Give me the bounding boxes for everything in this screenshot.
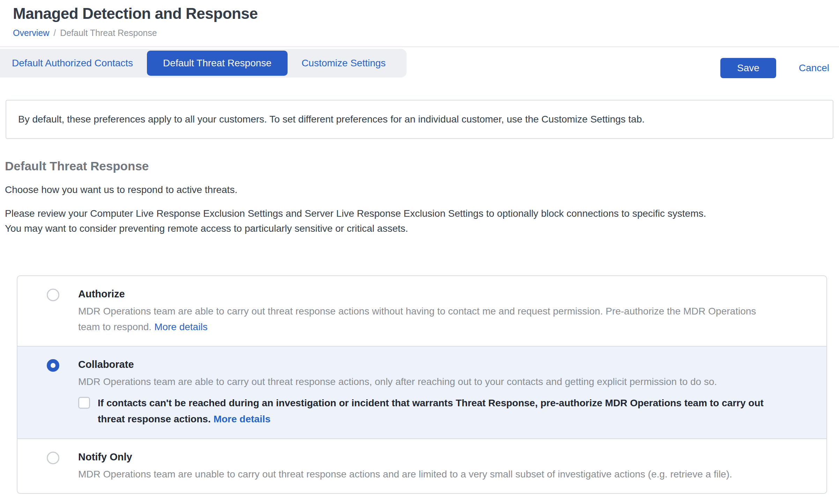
radio-notify-only[interactable]	[47, 452, 59, 464]
threat-response-section: Default Threat Response Choose how you w…	[5, 159, 833, 236]
pre-authorize-checkbox-text: If contacts can't be reached during an i…	[98, 398, 764, 424]
tab-bar: Default Authorized Contacts Default Thre…	[0, 49, 407, 77]
info-banner-text: By default, these preferences apply to a…	[18, 114, 645, 125]
radio-collaborate[interactable]	[47, 359, 59, 372]
radio-authorize[interactable]	[47, 289, 59, 301]
section-note-line-2: You may want to consider preventing remo…	[5, 221, 833, 236]
option-collaborate[interactable]: Collaborate MDR Operations team are able…	[17, 346, 826, 439]
tab-customize-settings[interactable]: Customize Settings	[290, 49, 398, 77]
pre-authorize-checkbox[interactable]	[78, 397, 90, 409]
header-divider	[0, 46, 839, 47]
breadcrumb-separator: /	[53, 28, 56, 38]
option-notify-only[interactable]: Notify Only MDR Operations team are unab…	[17, 439, 826, 493]
page-header: Managed Detection and Response Overview …	[0, 0, 839, 38]
info-banner: By default, these preferences apply to a…	[6, 100, 833, 139]
option-authorize-label: Authorize	[78, 288, 810, 300]
toolbar: Default Authorized Contacts Default Thre…	[0, 49, 839, 77]
collaborate-more-details-link[interactable]: More details	[214, 414, 270, 424]
save-button[interactable]: Save	[720, 58, 776, 78]
option-collaborate-content: Collaborate MDR Operations team are able…	[78, 358, 810, 427]
authorize-more-details-link[interactable]: More details	[154, 321, 208, 332]
breadcrumb: Overview / Default Threat Response	[13, 28, 826, 38]
section-note: Please review your Computer Live Respons…	[5, 206, 833, 236]
option-collaborate-description: MDR Operations team are able to carry ou…	[78, 374, 762, 390]
breadcrumb-current: Default Threat Response	[60, 28, 157, 38]
option-notify-only-description: MDR Operations team are unable to carry …	[78, 466, 762, 482]
option-notify-only-content: Notify Only MDR Operations team are unab…	[78, 451, 810, 482]
cancel-button[interactable]: Cancel	[799, 58, 829, 78]
page-title: Managed Detection and Response	[13, 5, 826, 22]
option-collaborate-label: Collaborate	[78, 358, 810, 370]
section-heading: Default Threat Response	[5, 159, 833, 173]
section-note-line-1: Please review your Computer Live Respons…	[5, 206, 833, 221]
option-authorize-content: Authorize MDR Operations team are able t…	[78, 288, 810, 335]
pre-authorize-checkbox-row[interactable]: If contacts can't be reached during an i…	[78, 395, 810, 427]
mdr-settings-page: { "page": { "title": "Managed Detection …	[0, 0, 839, 504]
pre-authorize-checkbox-label: If contacts can't be reached during an i…	[98, 395, 789, 427]
radio-collaborate-dot	[51, 363, 55, 368]
option-notify-only-label: Notify Only	[78, 451, 810, 463]
option-authorize-description: MDR Operations team are able to carry ou…	[78, 303, 762, 335]
tab-default-authorized-contacts[interactable]: Default Authorized Contacts	[0, 49, 145, 77]
tab-default-threat-response[interactable]: Default Threat Response	[147, 51, 288, 76]
threat-response-options-card: Authorize MDR Operations team are able t…	[17, 275, 827, 494]
option-authorize[interactable]: Authorize MDR Operations team are able t…	[17, 276, 826, 346]
breadcrumb-link-overview[interactable]: Overview	[13, 28, 49, 38]
section-subheading: Choose how you want us to respond to act…	[5, 184, 833, 195]
